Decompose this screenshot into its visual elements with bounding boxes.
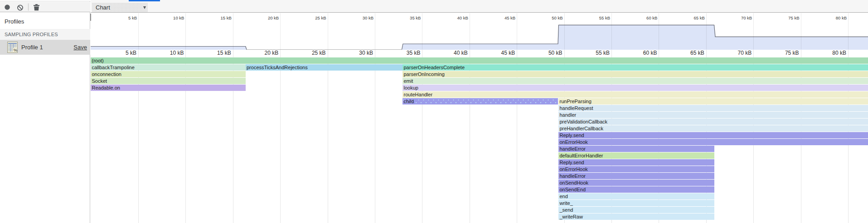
svg-text:%: % (14, 48, 17, 52)
